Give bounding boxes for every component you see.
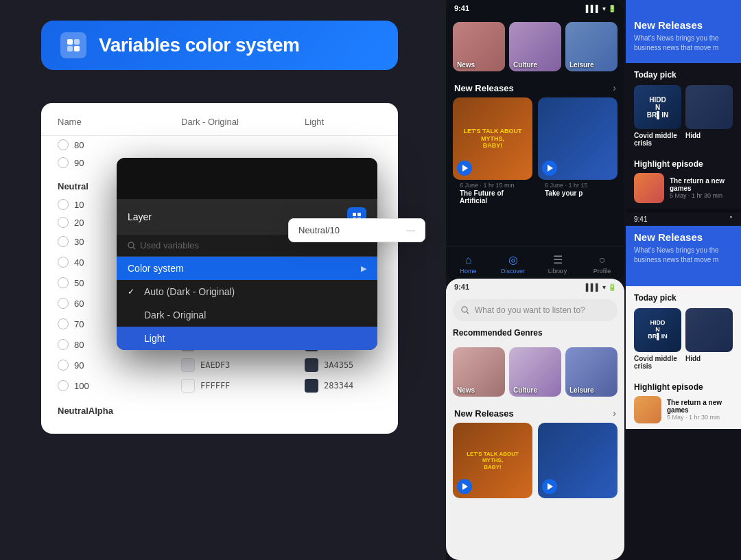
today-pick-cards-bottom: HIDDNBR▌IN	[634, 308, 733, 352]
row-icon	[58, 360, 69, 371]
new-releases-header-dark: New Releases ›	[446, 77, 624, 97]
table-header: Name Dark - Original Light	[41, 117, 398, 136]
status-bar-light: 9:41 ▌▌▌ ▾ 🔋	[446, 279, 624, 295]
recommended-genres-label: Recommended Genres	[446, 325, 624, 342]
genre-card-culture[interactable]: Culture	[509, 22, 561, 71]
dropdown-item-auto[interactable]: ✓ Auto (Dark - Original)	[117, 280, 377, 303]
podcast-card-myths-light[interactable]: Let's Talk AboutMYTHS,baby!	[453, 423, 532, 498]
col-dark: Dark - Original	[181, 117, 305, 127]
col-light: Light	[305, 117, 398, 127]
arrow-icon: ›	[613, 82, 616, 93]
table-row: 90 EAEDF3 3A4355	[41, 355, 398, 375]
today-pick-label-bottom: Today pick	[634, 293, 733, 303]
play-button-blue-light[interactable]	[542, 479, 557, 494]
nav-library-label: Library	[548, 268, 567, 275]
home-icon: ⌂	[465, 254, 472, 266]
row-icon	[58, 277, 69, 288]
svg-rect-1	[74, 39, 80, 45]
today-labels-bottom: Covid middle crisis Hidd	[634, 355, 733, 370]
play-button-light[interactable]	[457, 479, 472, 494]
genre-card-news-light[interactable]: News	[453, 347, 505, 397]
row-icon	[58, 318, 69, 329]
svg-line-11	[467, 312, 469, 314]
search-label: Used variables	[140, 240, 199, 250]
col-name: Name	[58, 117, 181, 127]
second-card-bottom[interactable]	[685, 308, 733, 352]
row-icon	[58, 257, 69, 268]
genre-label-leisure: Leisure	[569, 61, 594, 69]
nav-library[interactable]: ☰ Library	[535, 253, 580, 275]
genre-card-culture-light[interactable]: Culture	[509, 347, 561, 397]
dropdown-overlay[interactable]: Layer Used variables Color system	[117, 158, 377, 350]
row-icon	[58, 380, 69, 391]
svg-rect-0	[67, 39, 73, 45]
hidden-brain-card[interactable]: HIDDNBR▌IN	[634, 85, 681, 129]
highlight-section-bottom: Highlight episode The return a new games…	[626, 377, 741, 429]
podcast-cards-dark: Let's Talk AboutMYTHS,baby! 6 June · 1 h…	[446, 97, 624, 207]
play-button[interactable]	[542, 161, 557, 176]
nav-discover[interactable]: ◎ Discover	[491, 253, 535, 275]
profile-icon: ○	[599, 254, 606, 266]
new-releases-far-title: New Releases	[634, 19, 733, 31]
dropdown-item-color-system[interactable]: Color system ▶	[117, 257, 377, 280]
status-bar-dark: 9:41 ▌▌▌ ▾ 🔋	[446, 0, 624, 16]
highlight-item-bottom: The return a new games 5 May · 1 hr 30 m…	[634, 396, 733, 423]
row-icon	[58, 298, 69, 309]
color-swatch	[305, 379, 318, 393]
genre-label-culture: Culture	[513, 61, 537, 69]
podcast-title-1: The Future of Artificial	[453, 189, 532, 207]
podcast-cards-light: Let's Talk AboutMYTHS,baby!	[446, 423, 624, 498]
hidden-label: Hidd	[685, 132, 733, 139]
highlight-label-top: Highlight episode	[634, 159, 733, 169]
search-bar-light[interactable]: What do you want to listen to?	[453, 299, 618, 321]
dropdown-right[interactable]: Neutral/10 —	[288, 218, 425, 242]
discover-icon: ◎	[508, 253, 518, 266]
podcast-card-blue-light[interactable]	[538, 423, 618, 498]
dropdown-item-light[interactable]: Light	[117, 327, 377, 350]
nav-home[interactable]: ⌂ Home	[446, 254, 491, 275]
highlight-item-top: The return a new games 5 May · 1 hr 30 m…	[634, 173, 733, 203]
table-row: 80	[41, 136, 398, 154]
dropdown-item-dark[interactable]: Dark - Original	[117, 303, 377, 327]
genre-card-leisure-light[interactable]: Leisure	[565, 347, 618, 397]
nav-profile-label: Profile	[593, 268, 611, 275]
second-card-top[interactable]	[685, 85, 733, 129]
play-button[interactable]	[457, 161, 472, 176]
bottom-nav-dark: ⌂ Home ◎ Discover ☰ Library ○ Profile	[446, 246, 624, 281]
phone-dark: 9:41 ▌▌▌ ▾ 🔋 News Culture Leisure	[446, 0, 624, 281]
row-icon	[58, 139, 69, 150]
neutral-10-label: Neutral/10	[298, 225, 340, 235]
covid-label-bottom: Covid middle crisis	[634, 355, 681, 370]
genre-label-leisure-light: Leisure	[569, 386, 594, 394]
highlight-title-bottom: The return a new games	[667, 399, 733, 414]
arrow-icon-light: ›	[613, 408, 616, 419]
status-time-light: 9:41	[454, 283, 469, 291]
today-pick-cards: HIDDNBR▌IN	[634, 85, 733, 129]
nav-discover-label: Discover	[501, 268, 525, 275]
svg-rect-4	[353, 213, 356, 216]
dropdown-right-item[interactable]: Neutral/10 —	[289, 219, 425, 242]
header-banner: Variables color system	[41, 21, 398, 70]
covid-label: Covid middle crisis	[634, 132, 681, 147]
highlight-meta-bottom: 5 May · 1 hr 30 min	[667, 414, 733, 421]
podcast-card-blue[interactable]: 6 June · 1 hr 15 Take your p	[538, 97, 618, 207]
new-releases-title-dark: New Releases	[454, 83, 514, 93]
color-swatch	[181, 358, 195, 372]
genre-card-news[interactable]: News	[453, 22, 505, 71]
nav-profile[interactable]: ○ Profile	[580, 254, 624, 275]
podcast-meta-2: 6 June · 1 hr 15	[538, 180, 618, 189]
header-title: Variables color system	[99, 34, 300, 56]
search-placeholder-light: What do you want to listen to?	[475, 305, 585, 315]
new-releases-title-light: New Releases	[454, 408, 514, 419]
search-icon-light	[461, 306, 469, 314]
hidden-brain-card-bottom[interactable]: HIDDNBR▌IN	[634, 308, 681, 352]
genre-cards-light: News Culture Leisure	[446, 342, 624, 402]
highlight-title-top: The return a new games	[670, 177, 733, 192]
nav-home-label: Home	[460, 268, 476, 275]
genre-card-leisure[interactable]: Leisure	[565, 22, 618, 71]
podcast-card-myths[interactable]: Let's Talk AboutMYTHS,baby! 6 June · 1 h…	[453, 97, 532, 207]
row-name-80: 80	[58, 139, 181, 150]
today-labels: Covid middle crisis Hidd	[634, 132, 733, 147]
left-panel: Variables color system Name Dark - Origi…	[0, 0, 453, 560]
row-icon	[58, 236, 69, 247]
